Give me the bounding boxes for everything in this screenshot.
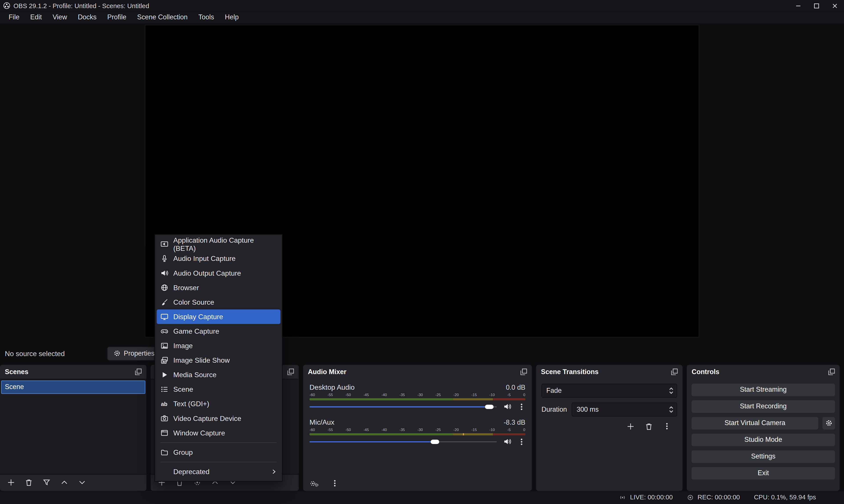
audio-mixer-popout-button[interactable] [521, 368, 527, 375]
transitions-title: Scene Transitions [541, 368, 599, 375]
menu-item-media-source[interactable]: Media Source [157, 367, 280, 382]
obs-logo-icon [3, 2, 10, 9]
menu-tools[interactable]: Tools [193, 11, 219, 23]
properties-button[interactable]: Properties [107, 346, 161, 360]
add-scene-button[interactable] [7, 479, 15, 487]
scene-filters-button[interactable] [42, 479, 51, 487]
menu-profile[interactable]: Profile [102, 11, 132, 23]
start-virtual-camera-button[interactable]: Start Virtual Camera [691, 416, 819, 430]
speaker-icon[interactable] [503, 403, 511, 411]
mixer-channel-mic-aux: Mic/Aux -8.3 dB -60-55-50-45-40-35-30-25… [309, 418, 525, 446]
studio-mode-button[interactable]: Studio Mode [691, 433, 836, 446]
gear-icon [825, 419, 832, 427]
menu-item-audio-output-capture[interactable]: Audio Output Capture [157, 266, 280, 280]
play-icon [161, 371, 168, 379]
menu-help[interactable]: Help [219, 11, 244, 23]
minimize-button[interactable] [789, 0, 807, 11]
folder-icon [161, 448, 168, 456]
menu-docks[interactable]: Docks [72, 11, 102, 23]
popout-icon [135, 368, 142, 375]
transitions-popout-button[interactable] [671, 368, 678, 375]
speaker-icon[interactable] [503, 438, 511, 446]
menu-separator [161, 443, 277, 443]
duration-value: 300 ms [572, 406, 599, 413]
advanced-audio-icon[interactable] [309, 479, 319, 487]
menu-edit[interactable]: Edit [25, 11, 47, 23]
move-scene-up-button[interactable] [60, 479, 68, 487]
peak-indicator [463, 433, 464, 435]
remove-scene-button[interactable] [25, 479, 33, 487]
menu-item-application-audio-capture[interactable]: Application Audio Capture (BETA) [157, 237, 280, 251]
exit-button[interactable]: Exit [691, 466, 836, 480]
db-scale: -60-55-50-45-40-35-30-25-20-15-10-50 [309, 428, 525, 432]
menu-item-audio-input-capture[interactable]: Audio Input Capture [157, 251, 280, 266]
audio-mixer-title: Audio Mixer [308, 368, 346, 375]
scene-item[interactable]: Scene [1, 380, 145, 394]
start-recording-button[interactable]: Start Recording [691, 400, 836, 413]
menu-item-game-capture[interactable]: Game Capture [157, 324, 280, 339]
chevron-down-icon [669, 410, 674, 413]
audio-mixer-header: Audio Mixer [303, 365, 532, 379]
statusbar: LIVE: 00:00:00 REC: 00:00:00 CPU: 0.1%, … [0, 491, 844, 504]
menu-item-image-slide-show[interactable]: Image Slide Show [157, 353, 280, 367]
channel-options-icon[interactable] [518, 438, 525, 445]
remove-transition-button[interactable] [645, 422, 653, 430]
mixer-options-icon[interactable] [331, 480, 339, 487]
chevron-up-icon [669, 387, 674, 390]
panel-scene-transitions: Scene Transitions Fade Duration 300 ms [536, 365, 683, 491]
display-icon [161, 312, 168, 321]
microphone-icon [161, 254, 168, 263]
menu-separator [161, 462, 277, 462]
maximize-button[interactable] [808, 0, 826, 11]
volume-slider[interactable] [309, 438, 497, 445]
menu-file[interactable]: File [3, 11, 25, 23]
virtual-camera-row: Start Virtual Camera [691, 416, 836, 430]
paint-brush-icon [161, 298, 168, 306]
popout-icon [828, 368, 835, 375]
menu-item-browser[interactable]: Browser [157, 281, 280, 295]
transition-value: Fade [542, 386, 561, 394]
panel-scenes: Scenes Scene [0, 365, 146, 491]
start-streaming-button[interactable]: Start Streaming [691, 383, 836, 396]
plus-icon [7, 479, 15, 487]
close-button[interactable] [826, 0, 844, 11]
combo-arrows[interactable] [666, 387, 677, 394]
sources-popout-button[interactable] [287, 368, 294, 375]
menu-item-image[interactable]: Image [157, 339, 280, 353]
scenes-popout-button[interactable] [135, 368, 142, 375]
channel-name: Desktop Audio [309, 383, 355, 391]
duration-input[interactable]: 300 ms [572, 402, 677, 416]
move-scene-down-button[interactable] [78, 479, 86, 487]
obs-window: OBS 29.1.2 - Profile: Untitled - Scenes:… [0, 0, 844, 504]
menu-item-group[interactable]: Group [157, 445, 280, 460]
transition-select[interactable]: Fade [541, 383, 677, 398]
menu-item-display-capture[interactable]: Display Capture [157, 309, 280, 324]
trash-icon [645, 422, 653, 430]
menu-view[interactable]: View [47, 11, 73, 23]
menu-item-text-gdi[interactable]: ab Text (GDI+) [157, 397, 280, 411]
scenes-toolbar [0, 474, 146, 490]
slider-handle[interactable] [431, 439, 439, 444]
rec-status: REC: 00:00:00 [687, 493, 740, 501]
preview-area: No source selected Properties [0, 23, 844, 365]
menu-item-color-source[interactable]: Color Source [157, 295, 280, 309]
scenes-header: Scenes [0, 365, 146, 379]
menu-item-deprecated[interactable]: Deprecated [157, 465, 280, 479]
settings-button[interactable]: Settings [691, 450, 836, 463]
add-transition-button[interactable] [627, 422, 635, 430]
slider-handle[interactable] [485, 404, 493, 409]
menu-item-video-capture-device[interactable]: Video Capture Device [157, 411, 280, 426]
window-icon [161, 429, 168, 437]
volume-meter [309, 433, 525, 435]
channel-options-icon[interactable] [518, 403, 525, 410]
menu-scene-collection[interactable]: Scene Collection [132, 11, 193, 23]
transition-options-icon[interactable] [663, 422, 670, 430]
controls-popout-button[interactable] [828, 368, 835, 375]
menu-item-scene[interactable]: Scene [157, 382, 280, 397]
no-source-label: No source selected [5, 349, 65, 357]
chevron-down-icon [669, 391, 674, 394]
menu-item-window-capture[interactable]: Window Capture [157, 426, 280, 440]
virtual-camera-config-button[interactable] [822, 416, 836, 430]
spinner-arrows[interactable] [666, 406, 677, 413]
volume-slider[interactable] [309, 403, 497, 410]
